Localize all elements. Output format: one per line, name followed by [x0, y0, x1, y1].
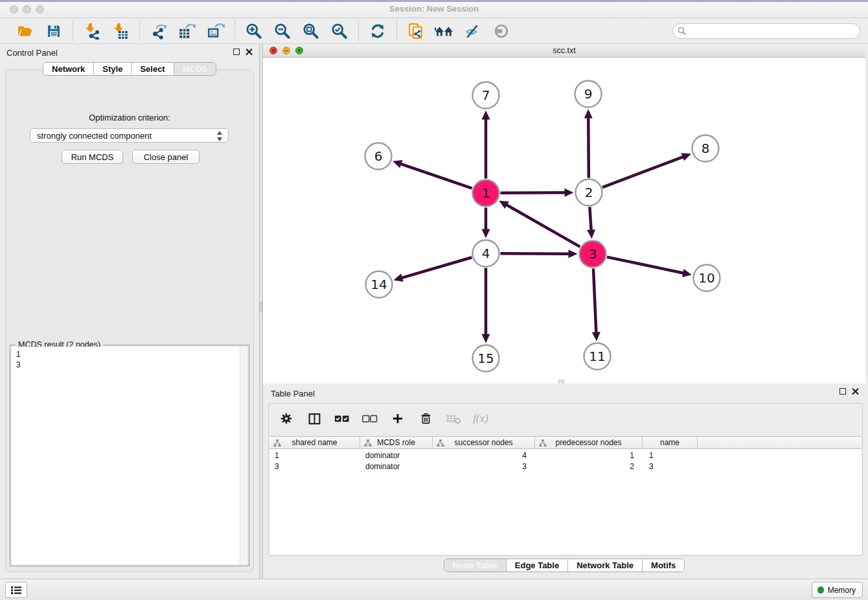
add-icon[interactable]: [389, 410, 406, 427]
zoom-out-icon[interactable]: [273, 21, 292, 41]
column-header-shared-name[interactable]: shared name: [269, 437, 360, 448]
zoom-selected-icon[interactable]: [330, 21, 349, 41]
save-icon[interactable]: [44, 21, 63, 41]
status-bar: Memory: [0, 579, 868, 600]
export-image-icon[interactable]: [206, 21, 225, 41]
graph-node-label-14: 14: [371, 277, 387, 292]
close-panel-icon[interactable]: [246, 48, 253, 55]
select-all-icon[interactable]: [334, 410, 350, 427]
graph-node-label-2: 2: [585, 185, 593, 200]
tab-edge-table[interactable]: Edge Table: [507, 559, 568, 571]
tab-mcds[interactable]: MCDS: [174, 63, 216, 75]
table-row[interactable]: 1 dominator 4 1 1: [269, 450, 862, 461]
graph-node-label-9: 9: [584, 86, 593, 102]
optimization-criterion-label: Optimization criterion:: [6, 113, 253, 122]
graph-edge-4-14[interactable]: [401, 257, 472, 278]
graph-edge-arrowhead: [564, 189, 573, 197]
eye-slash-icon[interactable]: [463, 21, 483, 41]
table-tabs: Node Table Edge Table Network Table Moti…: [263, 559, 865, 572]
graph-edge-1-2[interactable]: [500, 192, 565, 193]
control-panel-title: Control Panel: [6, 48, 58, 58]
graph-edge-1-6[interactable]: [400, 164, 472, 189]
column-header-successor-nodes[interactable]: successor nodes: [433, 437, 535, 448]
gear-icon[interactable]: [278, 410, 295, 427]
window-accent-strip: [0, 0, 868, 2]
refresh-icon[interactable]: [368, 21, 387, 41]
node-table-header: shared name MCDS role successor nodes: [269, 436, 862, 449]
graph-edge-arrowhead: [682, 269, 692, 277]
column-header-name[interactable]: name: [643, 437, 698, 448]
mcds-result-scrollbar[interactable]: [240, 347, 247, 564]
run-mcds-button[interactable]: Run MCDS: [62, 150, 123, 164]
import-network-icon[interactable]: [82, 21, 102, 41]
search-input[interactable]: [672, 23, 860, 39]
control-panel-tabs: Network Style Select MCDS: [43, 62, 216, 76]
memory-button[interactable]: Memory: [812, 582, 863, 598]
close-table-panel-icon[interactable]: [852, 387, 859, 395]
delete-table-icon[interactable]: [445, 410, 462, 427]
tab-network-table[interactable]: Network Table: [568, 559, 643, 571]
table-row[interactable]: 3 dominator 3 2 3: [269, 461, 862, 472]
graph-node-label-6: 6: [374, 148, 383, 164]
graph-edge-3-11[interactable]: [593, 268, 596, 333]
eye-icon[interactable]: [492, 21, 511, 41]
column-header-predecessor-nodes[interactable]: predecessor nodes: [535, 437, 643, 448]
delete-icon[interactable]: [417, 410, 434, 427]
tab-select[interactable]: Select: [131, 63, 174, 75]
graph-node-label-10: 10: [698, 270, 714, 286]
mcds-panel: Optimization criterion: strongly connect…: [5, 69, 254, 572]
graph-edge-3-10[interactable]: [607, 257, 684, 273]
graph-node-label-11: 11: [589, 349, 605, 364]
window-titlebar: Session: New Session: [0, 0, 868, 18]
network-area: x – + scc.txt 7968124314101511 Table Pan…: [263, 44, 868, 579]
graph-edge-arrowhead: [568, 249, 577, 258]
export-network-icon[interactable]: [149, 21, 168, 41]
function-icon[interactable]: f(x): [473, 410, 488, 427]
export-table-icon[interactable]: [177, 21, 197, 41]
graph-edge-4-3[interactable]: [500, 253, 569, 254]
memory-status-icon: [817, 586, 824, 594]
close-panel-button[interactable]: Close panel: [132, 150, 200, 164]
deselect-all-icon[interactable]: [361, 410, 378, 427]
mcds-result-group: MCDS result (2 nodes) 1 3: [10, 345, 249, 566]
network-canvas[interactable]: 7968124314101511: [263, 58, 865, 384]
clone-network-icon[interactable]: [406, 21, 426, 41]
network-window-title: scc.txt: [263, 46, 865, 55]
main-toolbar: [0, 18, 868, 44]
graph-edge-arrowhead: [482, 229, 490, 238]
splitter-handle[interactable]: [260, 302, 262, 312]
home-icon[interactable]: [435, 21, 454, 41]
columns-icon[interactable]: [306, 410, 323, 427]
import-table-icon[interactable]: [111, 21, 130, 41]
task-history-button[interactable]: [5, 582, 27, 598]
hierarchy-icon: [437, 439, 444, 447]
graph-node-label-8: 8: [702, 141, 710, 156]
graph-node-label-15: 15: [477, 351, 494, 366]
float-table-panel-icon[interactable]: [839, 388, 846, 395]
graph-node-label-7: 7: [482, 87, 490, 103]
hierarchy-icon: [539, 439, 547, 447]
tab-motifs[interactable]: Motifs: [643, 559, 684, 571]
graph-edge-2-9[interactable]: [588, 117, 589, 178]
column-header-mcds-role[interactable]: MCDS role: [360, 437, 433, 448]
tab-network[interactable]: Network: [43, 63, 94, 75]
tab-node-table[interactable]: Node Table: [444, 559, 507, 571]
graph-node-label-3: 3: [589, 246, 597, 262]
node-table: shared name MCDS role successor nodes: [269, 436, 862, 555]
mcds-result-text[interactable]: 1 3: [12, 347, 240, 564]
zoom-fit-icon[interactable]: [301, 21, 321, 41]
graph-edge-2-8[interactable]: [602, 157, 684, 188]
graph-edge-2-3[interactable]: [589, 207, 591, 231]
open-folder-icon[interactable]: [16, 21, 35, 41]
tab-style[interactable]: Style: [94, 63, 131, 75]
list-icon: [10, 586, 22, 595]
control-panel: Control Panel Network Style Select MCDS …: [0, 44, 259, 579]
zoom-in-icon[interactable]: [244, 21, 264, 41]
graph-edge-3-1[interactable]: [506, 205, 580, 247]
criterion-select[interactable]: strongly connected component: [30, 128, 229, 143]
network-graph[interactable]: 7968124314101511: [263, 58, 865, 384]
float-panel-icon[interactable]: [233, 49, 240, 55]
graph-edge-arrowhead: [592, 332, 600, 341]
table-frame: f(x) shared name MCDS role: [268, 403, 863, 556]
graph-edge-arrowhead: [393, 160, 402, 168]
